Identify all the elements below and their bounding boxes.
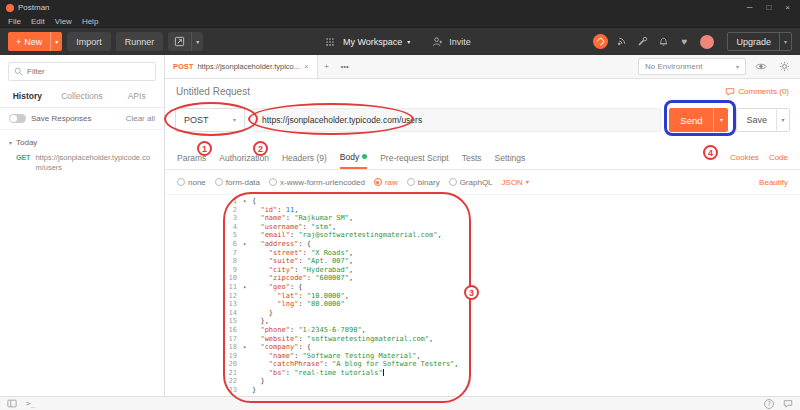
url-input[interactable] [262, 115, 652, 125]
content-type-select[interactable]: JSON ▾ [502, 178, 529, 187]
save-button[interactable]: Save ▾ [736, 108, 790, 132]
editor-line: 13 "lng": "80.0000" [165, 300, 800, 309]
workspace-label: My Workspace [343, 37, 402, 47]
save-responses-row: Save Responses Clear all [0, 108, 164, 130]
beautify-link[interactable]: Beautify [759, 178, 788, 187]
help-icon[interactable]: ? [764, 399, 774, 409]
close-tab-icon[interactable]: × [304, 62, 309, 71]
comments-button[interactable]: Comments (0) [725, 87, 789, 97]
menu-view[interactable]: View [55, 17, 72, 26]
tab-pre-request-script-label: Pre-request Script [380, 153, 449, 163]
send-button[interactable]: Send ▾ [669, 108, 728, 132]
send-label: Send [669, 108, 713, 132]
save-responses-toggle[interactable] [9, 114, 26, 123]
editor-line: 23} [165, 386, 800, 395]
editor-line: 14 } [165, 309, 800, 318]
request-builder: POST ▾ Send ▾ Save ▾ [165, 104, 800, 136]
console-icon[interactable]: >_ [26, 399, 35, 408]
tab-options-button[interactable]: ••• [336, 55, 354, 78]
body-type-graphql-label: GraphQL [460, 178, 493, 187]
save-options-caret-icon[interactable]: ▾ [776, 109, 789, 131]
sidebar-tab-collections[interactable]: Collections [55, 86, 110, 107]
import-label: Import [76, 37, 102, 47]
environment-quick-look-button[interactable] [753, 59, 769, 75]
sync-status-button[interactable] [593, 34, 608, 49]
new-button[interactable]: + New ▾ [8, 32, 62, 51]
request-title[interactable]: Untitled Request [176, 86, 250, 97]
plus-icon: + [16, 37, 21, 47]
menu-help[interactable]: Help [82, 17, 98, 26]
sidebar-tabs: History Collections APIs [0, 86, 164, 108]
body-type-none[interactable]: none [177, 178, 206, 187]
maximize-button[interactable]: □ [766, 3, 771, 12]
invite-button[interactable]: Invite [429, 34, 471, 50]
body-editor[interactable]: 1▾{2 "id": 11,3 "name": "Rajkumar SM",4 … [165, 194, 800, 396]
body-type-binary[interactable]: binary [407, 178, 440, 187]
code-link[interactable]: Code [769, 153, 788, 162]
tab-body-label: Body [340, 152, 359, 162]
statusbar: >_ ? [0, 396, 800, 410]
sidebar-tab-apis[interactable]: APIs [109, 86, 164, 107]
close-button[interactable]: × [785, 3, 790, 12]
titlebar: Postman ─ □ × [0, 0, 800, 15]
environment-select[interactable]: No Environment ▾ [638, 58, 746, 75]
tab-headers-label: Headers (9) [282, 153, 327, 163]
import-button[interactable]: Import [67, 32, 111, 51]
tab-params[interactable]: Params [177, 146, 206, 169]
history-item-url: https://jsonplaceholder.typicode.com/use… [35, 153, 156, 173]
sidebar-toggle-icon[interactable] [7, 399, 17, 408]
filter-box [8, 62, 156, 81]
cookies-link[interactable]: Cookies [730, 153, 759, 162]
api-network-button[interactable] [613, 34, 629, 50]
user-avatar[interactable] [700, 35, 714, 49]
open-window-caret-icon[interactable]: ▾ [191, 32, 203, 51]
feedback-icon[interactable] [783, 399, 793, 409]
tab-headers[interactable]: Headers (9) [282, 146, 327, 169]
editor-line: 7 "street": "X Roads", [165, 249, 800, 258]
editor-line: 9 "city": "Hyderabad", [165, 266, 800, 275]
tab-pre-request-script[interactable]: Pre-request Script [380, 146, 449, 169]
settings-wrench-button[interactable] [634, 34, 650, 50]
history-group-today[interactable]: ▾ Today [0, 130, 164, 150]
settings-gear-button[interactable] [776, 59, 792, 75]
upgrade-caret-icon[interactable]: ▾ [779, 33, 791, 50]
body-type-options: none form-data x-www-form-urlencoded raw… [165, 170, 800, 194]
method-select[interactable]: POST ▾ [175, 108, 245, 132]
notifications-bell-button[interactable] [655, 34, 671, 50]
editor-line: 15 }, [165, 317, 800, 326]
body-type-raw[interactable]: raw [374, 178, 398, 187]
editor-lines: 1▾{2 "id": 11,3 "name": "Rajkumar SM",4 … [165, 197, 800, 395]
open-new-window-button[interactable]: ▾ [168, 32, 203, 51]
menu-edit[interactable]: Edit [31, 17, 45, 26]
request-tab[interactable]: POST https://jsonplaceholder.typico... × [165, 55, 318, 78]
favorites-heart-icon[interactable]: ♥ [676, 34, 692, 50]
tab-tests[interactable]: Tests [462, 146, 482, 169]
body-type-graphql[interactable]: GraphQL [449, 178, 493, 187]
minimize-button[interactable]: ─ [747, 3, 753, 12]
send-options-caret-icon[interactable]: ▾ [713, 108, 728, 132]
tab-authorization[interactable]: Authorization [219, 146, 269, 169]
filter-input[interactable] [27, 67, 150, 76]
history-item-method: GET [16, 153, 30, 173]
body-type-form-data-label: form-data [226, 178, 260, 187]
radio-icon [269, 178, 277, 186]
upgrade-button[interactable]: Upgrade ▾ [727, 32, 792, 51]
clear-all-link[interactable]: Clear all [126, 114, 155, 123]
editor-line: 21 "bs": "real-time tutorials" [165, 369, 800, 378]
tab-settings[interactable]: Settings [495, 146, 526, 169]
editor-line: 5 "email": "raj@softwaretestingmaterial.… [165, 231, 800, 240]
tab-body[interactable]: Body [340, 146, 367, 169]
workspace-switcher[interactable]: My Workspace ▾ [322, 34, 410, 50]
runner-button[interactable]: Runner [116, 32, 164, 51]
body-type-form-data[interactable]: form-data [215, 178, 260, 187]
request-tabstrip: POST https://jsonplaceholder.typico... ×… [165, 55, 800, 79]
new-dropdown-caret-icon[interactable]: ▾ [50, 32, 62, 51]
menu-file[interactable]: File [8, 17, 21, 26]
body-type-x-www-form-urlencoded[interactable]: x-www-form-urlencoded [269, 178, 365, 187]
request-tab-method: POST [173, 62, 193, 71]
cookies-code-links: Cookies Code [730, 146, 788, 169]
editor-line: 16 "phone": "1-2345-6-7890", [165, 326, 800, 335]
history-item[interactable]: GET https://jsonplaceholder.typicode.com… [0, 150, 164, 176]
sidebar-tab-history[interactable]: History [0, 86, 55, 107]
new-tab-button[interactable]: + [318, 55, 336, 78]
